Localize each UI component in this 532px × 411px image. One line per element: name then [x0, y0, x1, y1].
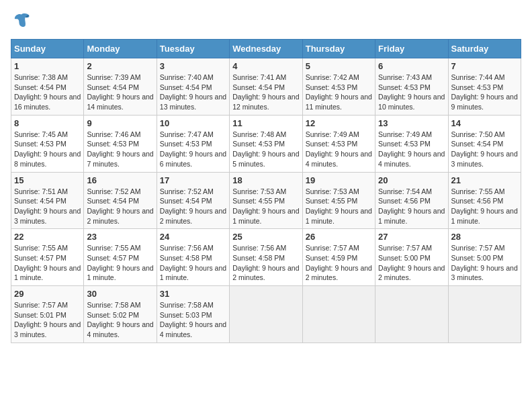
day-number: 31 [160, 289, 226, 299]
day-number: 10 [160, 118, 226, 128]
day-number: 5 [306, 61, 372, 71]
day-number: 24 [160, 232, 226, 242]
day-number: 25 [232, 232, 299, 242]
calendar-cell: 14 Sunrise: 7:50 AM Sunset: 4:54 PM Dayl… [448, 115, 521, 172]
day-number: 4 [232, 61, 299, 71]
day-info: Sunrise: 7:55 AM Sunset: 4:57 PM Dayligh… [87, 243, 153, 283]
calendar-cell [302, 286, 375, 343]
day-info: Sunrise: 7:53 AM Sunset: 4:55 PM Dayligh… [306, 187, 372, 226]
day-info: Sunrise: 7:52 AM Sunset: 4:54 PM Dayligh… [160, 187, 226, 226]
calendar-week-row: 15 Sunrise: 7:51 AM Sunset: 4:54 PM Dayl… [11, 172, 521, 229]
day-number: 2 [87, 61, 153, 71]
day-info: Sunrise: 7:57 AM Sunset: 5:00 PM Dayligh… [451, 243, 518, 283]
calendar-cell: 20 Sunrise: 7:54 AM Sunset: 4:56 PM Dayl… [375, 172, 448, 229]
calendar-table: SundayMondayTuesdayWednesdayThursdayFrid… [11, 39, 521, 343]
day-number: 6 [378, 61, 445, 71]
day-info: Sunrise: 7:44 AM Sunset: 4:53 PM Dayligh… [451, 73, 518, 112]
day-info: Sunrise: 7:46 AM Sunset: 4:53 PM Dayligh… [87, 130, 153, 169]
calendar-cell: 10 Sunrise: 7:47 AM Sunset: 4:53 PM Dayl… [157, 115, 229, 172]
day-number: 27 [378, 232, 445, 242]
calendar-cell: 7 Sunrise: 7:44 AM Sunset: 4:53 PM Dayli… [448, 58, 521, 116]
calendar-cell [448, 286, 521, 343]
day-number: 17 [160, 175, 226, 185]
calendar-header-monday: Monday [84, 40, 157, 58]
calendar-cell: 9 Sunrise: 7:46 AM Sunset: 4:53 PM Dayli… [84, 115, 157, 172]
calendar-cell: 4 Sunrise: 7:41 AM Sunset: 4:54 PM Dayli… [230, 58, 302, 116]
calendar-cell [230, 286, 302, 343]
day-number: 16 [87, 175, 153, 185]
calendar-header-wednesday: Wednesday [230, 40, 302, 58]
page-header [11, 11, 521, 32]
day-info: Sunrise: 7:53 AM Sunset: 4:55 PM Dayligh… [232, 187, 299, 226]
day-number: 3 [160, 61, 226, 71]
logo [11, 11, 34, 32]
day-info: Sunrise: 7:38 AM Sunset: 4:54 PM Dayligh… [14, 73, 81, 112]
calendar-cell: 19 Sunrise: 7:53 AM Sunset: 4:55 PM Dayl… [302, 172, 375, 229]
calendar-cell: 30 Sunrise: 7:58 AM Sunset: 5:02 PM Dayl… [84, 286, 157, 343]
calendar-cell: 17 Sunrise: 7:52 AM Sunset: 4:54 PM Dayl… [157, 172, 229, 229]
day-number: 15 [14, 175, 81, 185]
day-info: Sunrise: 7:55 AM Sunset: 4:56 PM Dayligh… [451, 187, 518, 226]
day-info: Sunrise: 7:49 AM Sunset: 4:53 PM Dayligh… [378, 130, 445, 169]
day-number: 14 [451, 118, 518, 128]
logo-bird-icon [12, 11, 31, 30]
day-number: 22 [14, 232, 81, 242]
day-info: Sunrise: 7:52 AM Sunset: 4:54 PM Dayligh… [87, 187, 153, 226]
calendar-cell: 3 Sunrise: 7:40 AM Sunset: 4:54 PM Dayli… [157, 58, 229, 116]
calendar-cell: 2 Sunrise: 7:39 AM Sunset: 4:54 PM Dayli… [84, 58, 157, 116]
calendar-cell: 27 Sunrise: 7:57 AM Sunset: 5:00 PM Dayl… [375, 229, 448, 286]
day-number: 11 [232, 118, 299, 128]
day-info: Sunrise: 7:41 AM Sunset: 4:54 PM Dayligh… [232, 73, 299, 112]
day-info: Sunrise: 7:56 AM Sunset: 4:58 PM Dayligh… [160, 243, 226, 283]
calendar-week-row: 8 Sunrise: 7:45 AM Sunset: 4:53 PM Dayli… [11, 115, 521, 172]
calendar-cell: 1 Sunrise: 7:38 AM Sunset: 4:54 PM Dayli… [11, 58, 84, 116]
day-number: 21 [451, 175, 518, 185]
day-number: 18 [232, 175, 299, 185]
day-info: Sunrise: 7:58 AM Sunset: 5:02 PM Dayligh… [87, 300, 153, 340]
calendar-cell: 25 Sunrise: 7:56 AM Sunset: 4:58 PM Dayl… [230, 229, 302, 286]
day-info: Sunrise: 7:56 AM Sunset: 4:58 PM Dayligh… [232, 243, 299, 283]
day-number: 7 [451, 61, 518, 71]
calendar-week-row: 1 Sunrise: 7:38 AM Sunset: 4:54 PM Dayli… [11, 58, 521, 116]
calendar-cell: 28 Sunrise: 7:57 AM Sunset: 5:00 PM Dayl… [448, 229, 521, 286]
day-info: Sunrise: 7:43 AM Sunset: 4:53 PM Dayligh… [378, 73, 445, 112]
day-info: Sunrise: 7:39 AM Sunset: 4:54 PM Dayligh… [87, 73, 153, 112]
day-info: Sunrise: 7:42 AM Sunset: 4:53 PM Dayligh… [306, 73, 372, 112]
calendar-cell: 16 Sunrise: 7:52 AM Sunset: 4:54 PM Dayl… [84, 172, 157, 229]
calendar-cell: 31 Sunrise: 7:58 AM Sunset: 5:03 PM Dayl… [157, 286, 229, 343]
calendar-cell: 13 Sunrise: 7:49 AM Sunset: 4:53 PM Dayl… [375, 115, 448, 172]
day-info: Sunrise: 7:54 AM Sunset: 4:56 PM Dayligh… [378, 187, 445, 226]
calendar-week-row: 22 Sunrise: 7:55 AM Sunset: 4:57 PM Dayl… [11, 229, 521, 286]
calendar-header-thursday: Thursday [302, 40, 375, 58]
calendar-header-saturday: Saturday [448, 40, 521, 58]
calendar-cell: 8 Sunrise: 7:45 AM Sunset: 4:53 PM Dayli… [11, 115, 84, 172]
day-number: 26 [306, 232, 372, 242]
calendar-week-row: 29 Sunrise: 7:57 AM Sunset: 5:01 PM Dayl… [11, 286, 521, 343]
day-info: Sunrise: 7:49 AM Sunset: 4:53 PM Dayligh… [306, 130, 372, 169]
day-number: 1 [14, 61, 81, 71]
calendar-cell: 26 Sunrise: 7:57 AM Sunset: 4:59 PM Dayl… [302, 229, 375, 286]
calendar-cell: 23 Sunrise: 7:55 AM Sunset: 4:57 PM Dayl… [84, 229, 157, 286]
calendar-header-friday: Friday [375, 40, 448, 58]
calendar-cell: 29 Sunrise: 7:57 AM Sunset: 5:01 PM Dayl… [11, 286, 84, 343]
day-number: 9 [87, 118, 153, 128]
calendar-cell: 15 Sunrise: 7:51 AM Sunset: 4:54 PM Dayl… [11, 172, 84, 229]
calendar-cell: 21 Sunrise: 7:55 AM Sunset: 4:56 PM Dayl… [448, 172, 521, 229]
day-info: Sunrise: 7:51 AM Sunset: 4:54 PM Dayligh… [14, 187, 81, 226]
day-number: 28 [451, 232, 518, 242]
day-info: Sunrise: 7:50 AM Sunset: 4:54 PM Dayligh… [451, 130, 518, 169]
calendar-header-row: SundayMondayTuesdayWednesdayThursdayFrid… [11, 40, 521, 58]
day-number: 29 [14, 289, 81, 299]
calendar-cell: 18 Sunrise: 7:53 AM Sunset: 4:55 PM Dayl… [230, 172, 302, 229]
calendar-header-tuesday: Tuesday [157, 40, 229, 58]
day-info: Sunrise: 7:48 AM Sunset: 4:53 PM Dayligh… [232, 130, 299, 169]
day-info: Sunrise: 7:58 AM Sunset: 5:03 PM Dayligh… [160, 300, 226, 340]
day-number: 30 [87, 289, 153, 299]
day-info: Sunrise: 7:57 AM Sunset: 5:01 PM Dayligh… [14, 300, 81, 340]
day-info: Sunrise: 7:47 AM Sunset: 4:53 PM Dayligh… [160, 130, 226, 169]
day-info: Sunrise: 7:40 AM Sunset: 4:54 PM Dayligh… [160, 73, 226, 112]
calendar-cell: 6 Sunrise: 7:43 AM Sunset: 4:53 PM Dayli… [375, 58, 448, 116]
calendar-cell: 12 Sunrise: 7:49 AM Sunset: 4:53 PM Dayl… [302, 115, 375, 172]
calendar-cell: 24 Sunrise: 7:56 AM Sunset: 4:58 PM Dayl… [157, 229, 229, 286]
day-info: Sunrise: 7:57 AM Sunset: 4:59 PM Dayligh… [306, 243, 372, 283]
